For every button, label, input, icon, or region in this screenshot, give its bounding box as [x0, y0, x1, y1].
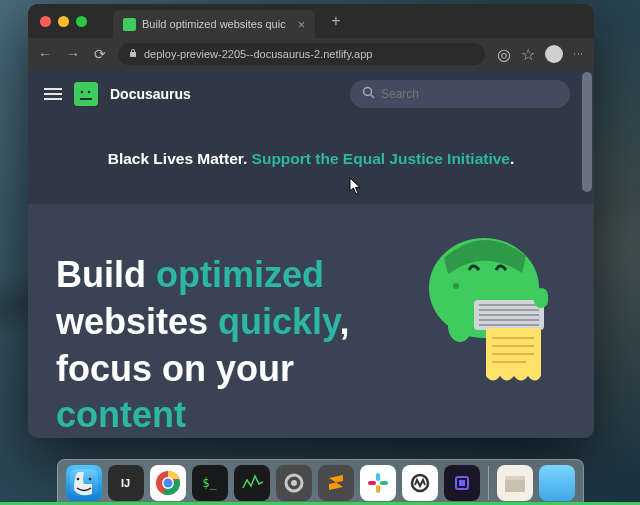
profile-avatar[interactable] — [545, 45, 563, 63]
dock-app-chrome[interactable] — [150, 465, 186, 501]
dock-app-iterm[interactable]: $_ — [192, 465, 228, 501]
url-text: deploy-preview-2205--docusaurus-2.netlif… — [144, 48, 372, 60]
browser-window: Build optimized websites quic × + ← → ⟳ … — [28, 4, 594, 438]
svg-rect-30 — [376, 485, 380, 493]
svg-rect-34 — [459, 480, 465, 486]
back-button[interactable]: ← — [38, 46, 52, 62]
reload-button[interactable]: ⟳ — [94, 46, 106, 62]
svg-point-18 — [448, 310, 472, 342]
forward-button[interactable]: → — [66, 46, 80, 62]
dock-app-slack[interactable] — [360, 465, 396, 501]
search-input[interactable] — [381, 87, 558, 101]
extension-icon[interactable]: ◎ — [497, 45, 511, 64]
dock-app-activity-monitor[interactable] — [234, 465, 270, 501]
mascot-image — [414, 228, 564, 388]
dock-folder[interactable] — [497, 465, 533, 501]
svg-rect-28 — [376, 473, 380, 481]
browser-menu-icon[interactable]: ⋮ — [573, 49, 584, 60]
dock: IJ $_ — [0, 459, 640, 505]
banner-text: Black Lives Matter. — [108, 150, 248, 167]
dock-app-system-preferences[interactable] — [276, 465, 312, 501]
window-controls — [40, 16, 87, 27]
svg-rect-0 — [74, 82, 98, 106]
search-box[interactable] — [350, 80, 570, 108]
dock-app-workplace[interactable] — [402, 465, 438, 501]
site-nav: Docusaurus — [28, 70, 594, 118]
scrollbar[interactable] — [582, 72, 592, 192]
svg-point-32 — [412, 475, 428, 491]
svg-rect-29 — [380, 481, 388, 485]
lock-icon — [128, 48, 138, 60]
hamburger-menu-icon[interactable] — [44, 88, 62, 100]
minimize-window-icon[interactable] — [58, 16, 69, 27]
dock-app-sublime[interactable] — [318, 465, 354, 501]
svg-rect-36 — [505, 476, 525, 480]
close-window-icon[interactable] — [40, 16, 51, 27]
svg-point-21 — [76, 477, 79, 480]
banner-period: . — [510, 150, 514, 167]
bookmark-icon[interactable]: ☆ — [521, 45, 535, 64]
svg-rect-19 — [534, 288, 548, 308]
dock-app-loom[interactable] — [444, 465, 480, 501]
hero-section: Build optimized websites quickly, focus … — [28, 204, 594, 438]
maximize-window-icon[interactable] — [76, 16, 87, 27]
titlebar: Build optimized websites quic × + — [28, 4, 594, 38]
tab-title: Build optimized websites quic — [142, 18, 286, 30]
search-icon — [362, 85, 375, 103]
browser-tab[interactable]: Build optimized websites quic × — [113, 10, 315, 38]
svg-point-2 — [88, 91, 91, 94]
svg-line-4 — [371, 95, 375, 99]
dock-app-intellij[interactable]: IJ — [108, 465, 144, 501]
svg-point-6 — [453, 283, 459, 289]
tab-close-icon[interactable]: × — [298, 17, 306, 32]
page-content: Docusaurus Black Lives Matter. Support t… — [28, 70, 594, 438]
dock-app-finder[interactable] — [66, 465, 102, 501]
new-tab-button[interactable]: + — [331, 12, 340, 30]
site-logo-icon[interactable] — [74, 82, 98, 106]
announcement-banner: Black Lives Matter. Support the Equal Ju… — [28, 118, 594, 180]
favicon-icon — [123, 18, 136, 31]
banner-link[interactable]: Support the Equal Justice Initiative — [252, 150, 510, 167]
svg-rect-31 — [368, 481, 376, 485]
svg-point-3 — [364, 88, 372, 96]
dock-folder-2[interactable] — [539, 465, 575, 501]
dock-separator — [488, 466, 489, 500]
hero-headline: Build optimized websites quickly, focus … — [56, 252, 376, 438]
svg-point-22 — [88, 477, 91, 480]
svg-point-1 — [81, 91, 84, 94]
svg-rect-35 — [505, 479, 525, 492]
svg-point-27 — [291, 480, 297, 486]
address-bar-row: ← → ⟳ deploy-preview-2205--docusaurus-2.… — [28, 38, 594, 70]
svg-point-25 — [163, 478, 172, 487]
site-name[interactable]: Docusaurus — [110, 86, 191, 102]
address-bar[interactable]: deploy-preview-2205--docusaurus-2.netlif… — [118, 43, 485, 65]
